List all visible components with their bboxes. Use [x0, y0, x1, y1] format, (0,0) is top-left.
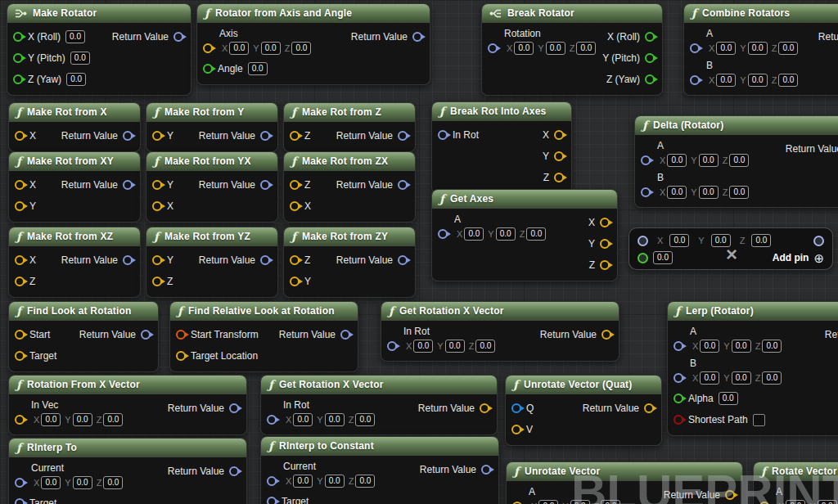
pin-out-rotator[interactable] [398, 180, 408, 190]
pin-out-rotator[interactable] [398, 255, 408, 265]
make-rot-from-zx-node[interactable]: ƒMake Rot from ZXZXReturn Value [283, 151, 416, 223]
value-field[interactable]: 0.0 [293, 475, 313, 488]
value-field[interactable]: 0.0 [538, 500, 558, 504]
node-header[interactable]: ƒFind Look at Rotation [9, 302, 158, 321]
pin-out-float[interactable] [645, 74, 655, 84]
shortest-path-checkbox[interactable] [753, 414, 765, 426]
node-header[interactable]: ƒRotator from Axis and Angle [197, 4, 430, 23]
value-field[interactable]: 0.0 [699, 154, 719, 167]
pin-in-vector[interactable] [152, 255, 162, 265]
pin-out-rotator[interactable] [229, 466, 239, 476]
pin-out-rotator[interactable] [173, 32, 183, 42]
make-rot-from-xz-node[interactable]: ƒMake Rot from XZXZReturn Value [8, 227, 141, 298]
value-field[interactable]: 0.0 [667, 154, 687, 167]
blueprint-graph-canvas[interactable]: BLUEPRINT Make RotatorX (Roll)0.0Y (Pitc… [0, 0, 838, 504]
find-relative-look-at-rotation-node[interactable]: ƒFind Relative Look at RotationStart Tra… [169, 301, 358, 372]
pin-in-vector[interactable] [15, 201, 25, 211]
value-field[interactable]: 0.0 [325, 413, 345, 426]
delta-rotator-node[interactable]: ƒDelta (Rotator)AX0.0Y0.0Z0.0BX0.0Y0.0Z0… [634, 115, 838, 208]
value-field[interactable]: 0.0 [103, 476, 123, 489]
value-field[interactable]: 0.0 [669, 234, 689, 247]
get-axes-node[interactable]: ƒGet AxesAX0.0Y0.0Z0.0XYZ [431, 189, 618, 281]
pin-in-rotator[interactable] [267, 497, 277, 504]
make-rot-from-yx-node[interactable]: ƒMake Rot from YXYXReturn Value [146, 151, 278, 223]
value-field[interactable]: 0.0 [601, 500, 620, 504]
pin-in-vector[interactable] [15, 330, 25, 340]
value-field[interactable]: 0.0 [355, 475, 375, 488]
pin-in-vector[interactable] [290, 255, 300, 265]
pin-in-float[interactable] [638, 253, 648, 263]
pin-in-vector[interactable] [203, 43, 213, 53]
pin-out-vector[interactable] [644, 403, 654, 413]
value-field[interactable]: 0.0 [762, 340, 782, 353]
value-field[interactable]: 0.0 [732, 371, 751, 385]
make-rot-from-z-node[interactable]: ƒMake Rot from ZZReturn Value [283, 102, 416, 152]
node-header[interactable]: ƒMake Rot from ZX [284, 152, 415, 171]
value-field[interactable]: 0.0 [325, 475, 345, 488]
value-field[interactable]: 0.0 [413, 340, 433, 353]
value-field[interactable]: 0.0 [762, 371, 782, 385]
pin-in-rotator[interactable] [638, 236, 648, 246]
node-header[interactable]: ƒMake Rot from XY [9, 152, 140, 171]
pin-out-vector[interactable] [554, 151, 564, 161]
value-field[interactable]: 0.0 [570, 500, 590, 504]
pin-in-rotator[interactable] [488, 43, 498, 53]
pin-in-transform[interactable] [176, 330, 186, 340]
node-header[interactable]: Make Rotator [7, 4, 191, 23]
get-rotation-x-vector-node[interactable]: ƒGet Rotation X VectorIn RotX0.0Y0.0Z0.0… [381, 301, 619, 362]
pin-in-vector[interactable] [290, 180, 300, 190]
pin-in-vector[interactable] [152, 131, 162, 141]
pin-in-vector[interactable] [15, 277, 25, 286]
value-field[interactable]: 0.0 [70, 52, 90, 65]
unrotate-vector-node[interactable]: ƒUnrotate VectorAX0.0Y0.0Z0.0Return Valu… [506, 461, 743, 504]
node-header[interactable]: ƒMake Rot from Z [284, 103, 415, 122]
value-field[interactable]: 0.0 [729, 186, 749, 199]
pin-in-rotator[interactable] [267, 476, 277, 486]
pin-in-float[interactable] [13, 74, 23, 84]
value-field[interactable]: 0.0 [729, 154, 749, 167]
pin-in-vector[interactable] [152, 180, 162, 190]
pin-in-vector[interactable] [152, 201, 162, 211]
value-field[interactable]: 0.0 [653, 251, 673, 264]
value-field[interactable]: 0.0 [445, 340, 465, 353]
value-field[interactable]: 0.0 [261, 42, 281, 55]
pin-in-rotator[interactable] [387, 341, 397, 351]
node-header[interactable]: ƒBreak Rot Into Axes [432, 102, 571, 121]
pin-in-rotator[interactable] [15, 498, 25, 504]
pin-in-vector[interactable] [290, 131, 300, 141]
pin-in-rotator[interactable] [438, 130, 448, 140]
rinterp-to-constant-node[interactable]: ƒRInterp to ConstantCurrentX0.0Y0.0Z0.0T… [260, 436, 499, 504]
value-field[interactable]: 0.0 [291, 42, 311, 55]
pin-in-float[interactable] [203, 64, 213, 74]
value-field[interactable]: 0.0 [700, 340, 719, 353]
pin-out-rotator[interactable] [260, 131, 270, 141]
rotation-from-x-vector-node[interactable]: ƒRotation From X VectorIn VecX0.0Y0.0Z0.… [8, 375, 247, 435]
pin-in-vector[interactable] [15, 255, 25, 265]
node-header[interactable]: ƒMake Rot from X [9, 103, 140, 122]
pin-out-vector[interactable] [480, 403, 489, 413]
value-field[interactable]: 0.0 [496, 227, 516, 241]
get-rotation-x-vector-node[interactable]: ƒGet Rotation X VectorIn RotX0.0Y0.0Z0.0… [260, 375, 498, 435]
pin-in-rotator[interactable] [267, 415, 277, 425]
make-rotator-node[interactable]: Make RotatorX (Roll)0.0Y (Pitch)0.0Z (Ya… [7, 3, 191, 96]
value-field[interactable]: 0.0 [667, 186, 687, 199]
value-field[interactable]: 0.0 [464, 227, 484, 241]
node-header[interactable]: ƒRInterp To [9, 439, 246, 457]
pin-out-vector[interactable] [600, 239, 610, 249]
value-field[interactable]: 0.0 [748, 74, 768, 87]
pin-out-rotator[interactable] [481, 465, 491, 475]
node-header[interactable]: ƒDelta (Rotator) [635, 116, 838, 135]
pin-out-rotator[interactable] [123, 180, 133, 190]
pin-in-rotator[interactable] [674, 341, 683, 351]
pin-in-vector[interactable] [290, 201, 300, 211]
break-rot-into-axes-node[interactable]: ƒBreak Rot Into AxesIn RotXYZ [431, 101, 572, 194]
node-header[interactable]: ƒMake Rot from YZ [146, 227, 277, 246]
value-field[interactable]: 0.0 [66, 73, 86, 86]
find-look-at-rotation-node[interactable]: ƒFind Look at RotationStartTargetReturn … [8, 301, 159, 372]
value-field[interactable]: 0.0 [576, 42, 596, 55]
value-field[interactable]: 0.0 [229, 42, 249, 55]
pin-out-rotator[interactable] [813, 236, 824, 246]
node-header[interactable]: ƒUnrotate Vector (Quat) [506, 376, 661, 394]
node-header[interactable]: ƒMake Rot from YX [146, 152, 277, 171]
value-field[interactable]: 0.0 [475, 340, 495, 353]
